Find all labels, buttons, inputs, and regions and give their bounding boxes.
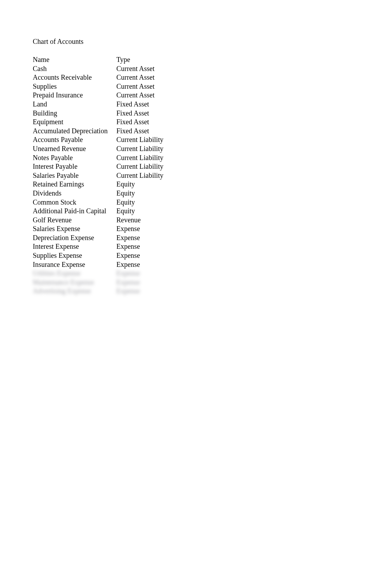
table-row: Accumulated Depreciation Fixed Asset [33,127,370,136]
cell-name: Prepaid Insurance [33,91,116,100]
cell-type: Fixed Asset [116,118,186,127]
cell-name: Maintenance Expense [33,278,116,287]
table-row: Depreciation Expense Expense [33,233,370,243]
document-page: Chart of Accounts Name Type Cash Current… [0,0,370,296]
cell-type: Fixed Asset [116,100,186,109]
table-row: Dividends Equity [33,189,370,198]
table-row: Additional Paid-in Capital Equity [33,207,370,216]
cell-name: Golf Revenue [33,216,116,225]
cell-name: Accumulated Depreciation [33,127,116,136]
cell-name: Unearned Revenue [33,144,116,153]
cell-name: Interest Payable [33,162,116,171]
cell-name: Interest Expense [33,242,116,251]
cell-type: Current Asset [116,64,186,73]
table-row: Supplies Expense Expense [33,251,370,260]
table-row: Accounts Payable Current Liability [33,135,370,144]
cell-type: Expense [116,278,186,287]
cell-name: Depreciation Expense [33,233,116,243]
page-title: Chart of Accounts [33,38,370,46]
cell-type: Equity [116,207,186,216]
header-name: Name [33,55,116,64]
cell-name: Advertising Expense [33,287,116,296]
cell-name: Notes Payable [33,153,116,162]
cell-type: Expense [116,233,186,243]
cell-name: Insurance Expense [33,260,116,269]
table-row-blurred: Advertising Expense Expense [33,287,370,296]
cell-type: Expense [116,242,186,251]
cell-name: Supplies [33,82,116,91]
table-row: Common Stock Equity [33,198,370,207]
cell-type: Expense [116,269,186,278]
cell-name: Retained Earnings [33,180,116,189]
cell-type: Current Liability [116,171,186,180]
cell-name: Accounts Receivable [33,73,116,82]
cell-type: Fixed Asset [116,109,186,118]
accounts-table: Name Type Cash Current Asset Accounts Re… [33,55,370,296]
table-row: Interest Expense Expense [33,242,370,251]
cell-type: Expense [116,260,186,269]
table-row: Accounts Receivable Current Asset [33,73,370,82]
table-row-blurred: Utilities Expense Expense [33,269,370,278]
cell-type: Current Liability [116,144,186,153]
table-row: Land Fixed Asset [33,100,370,109]
cell-name: Building [33,109,116,118]
cell-type: Fixed Asset [116,127,186,136]
cell-name: Equipment [33,118,116,127]
table-row: Supplies Current Asset [33,82,370,91]
table-header-row: Name Type [33,55,370,64]
cell-name: Additional Paid-in Capital [33,207,116,216]
cell-name: Salaries Payable [33,171,116,180]
cell-type: Expense [116,251,186,260]
table-row: Salaries Expense Expense [33,224,370,233]
table-row: Interest Payable Current Liability [33,162,370,171]
table-row: Salaries Payable Current Liability [33,171,370,180]
table-row-blurred: Maintenance Expense Expense [33,278,370,287]
cell-name: Land [33,100,116,109]
table-row: Cash Current Asset [33,64,370,73]
cell-name: Utilities Expense [33,269,116,278]
table-row: Building Fixed Asset [33,109,370,118]
table-row: Unearned Revenue Current Liability [33,144,370,153]
table-row: Prepaid Insurance Current Asset [33,91,370,100]
cell-type: Current Liability [116,162,186,171]
cell-type: Current Asset [116,91,186,100]
cell-name: Common Stock [33,198,116,207]
table-row: Retained Earnings Equity [33,180,370,189]
cell-type: Equity [116,198,186,207]
cell-type: Current Liability [116,135,186,144]
cell-type: Equity [116,189,186,198]
cell-type: Expense [116,287,186,296]
cell-name: Accounts Payable [33,135,116,144]
header-type: Type [116,55,186,64]
cell-name: Salaries Expense [33,224,116,233]
cell-type: Current Liability [116,153,186,162]
cell-type: Expense [116,224,186,233]
cell-type: Revenue [116,216,186,225]
cell-type: Current Asset [116,82,186,91]
table-row: Insurance Expense Expense [33,260,370,269]
cell-type: Current Asset [116,73,186,82]
cell-type: Equity [116,180,186,189]
cell-name: Cash [33,64,116,73]
table-row: Golf Revenue Revenue [33,216,370,225]
table-row: Equipment Fixed Asset [33,118,370,127]
table-row: Notes Payable Current Liability [33,153,370,162]
cell-name: Supplies Expense [33,251,116,260]
cell-name: Dividends [33,189,116,198]
